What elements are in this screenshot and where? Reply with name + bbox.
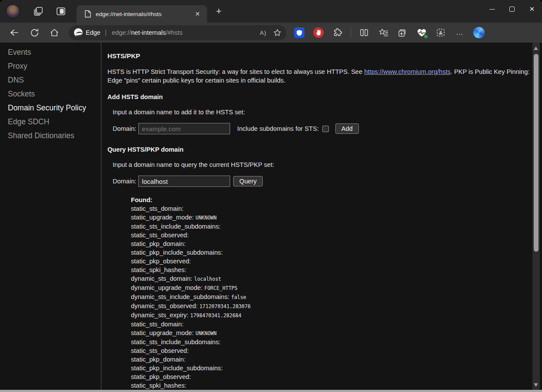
result-row: static_pkp_include_subdomains: [131, 248, 542, 257]
toolbar-divider [351, 28, 351, 37]
result-row: dynamic_sts_domain: localhost [131, 274, 542, 283]
split-screen-icon[interactable] [358, 27, 370, 39]
sidebar-item-domain-security-policy[interactable]: Domain Security Policy [0, 101, 101, 115]
read-aloud-icon[interactable]: A) [258, 27, 269, 38]
add-hsts-instruction: Input a domain name to add it to the HST… [113, 109, 542, 116]
settings-more-icon[interactable]: … [454, 27, 466, 39]
favorites-list-icon[interactable] [377, 27, 389, 39]
favorite-star-icon[interactable] [271, 27, 283, 38]
site-brand-label: Edge [86, 29, 100, 36]
result-row: static_spki_hashes: [131, 381, 542, 390]
tab-close-icon[interactable]: ✕ [192, 9, 203, 19]
add-domain-label: Domain: [113, 125, 136, 132]
result-row: static_sts_include_subdomains: [131, 222, 542, 231]
result-label: static_pkp_observed: [131, 258, 191, 265]
refresh-icon[interactable] [28, 27, 40, 39]
url-scheme: edge:// [112, 29, 131, 36]
web-capture-icon[interactable] [435, 27, 447, 39]
profile-avatar[interactable] [6, 4, 20, 19]
maximize-button[interactable] [502, 0, 522, 18]
adblock-extension-icon[interactable] [312, 27, 325, 39]
query-hsts-instruction: Input a domain name to query the current… [113, 161, 542, 168]
page-doc-icon [84, 10, 91, 18]
window-bottom-edge [0, 390, 542, 392]
address-divider: | [105, 29, 107, 37]
query-hsts-section-title: Query HSTS/PKP domain [107, 146, 542, 153]
scroll-up-icon[interactable] [534, 47, 538, 50]
result-value: FORCE_HTTPS [204, 285, 238, 291]
home-icon[interactable] [48, 27, 60, 39]
browser-essentials-icon[interactable] [415, 27, 428, 39]
sidebar-item-shared-dictionaries[interactable]: Shared Dictionaries [0, 129, 101, 143]
result-label: static_upgrade_mode: [131, 214, 195, 221]
sidebar-item-edge-sdch[interactable]: Edge SDCH [0, 115, 101, 129]
tab-layout-icon[interactable] [56, 6, 66, 17]
query-button[interactable]: Query [233, 176, 263, 186]
close-button[interactable]: ✕ [522, 0, 542, 18]
result-row: dynamic_sts_observed: 1712070341.283076 [131, 302, 542, 311]
result-label: static_pkp_domain: [131, 356, 186, 363]
result-row: static_sts_domain: [131, 204, 542, 213]
scrollbar-thumb[interactable] [534, 54, 539, 252]
add-domain-input[interactable] [138, 123, 230, 134]
active-tab[interactable]: edge://net-internals/#hsts ✕ [77, 5, 207, 23]
result-label: static_spki_hashes: [131, 266, 186, 273]
page-body: EventsProxyDNSSocketsDomain Security Pol… [0, 43, 542, 390]
query-results: Found: static_sts_domain:static_upgrade_… [131, 196, 542, 390]
page-title: HSTS/PKP [107, 52, 542, 60]
sidebar-item-proxy[interactable]: Proxy [0, 59, 101, 73]
result-label: static_sts_observed: [131, 347, 189, 354]
extensions-puzzle-icon[interactable] [331, 27, 344, 39]
result-label: static_sts_include_subdomains: [131, 223, 221, 230]
copilot-icon[interactable] [473, 27, 485, 39]
result-row: static_sts_observed: [131, 231, 542, 239]
result-label: static_pkp_include_subdomains: [131, 365, 223, 372]
chromium-hsts-link[interactable]: https://www.chromium.org/hsts [364, 68, 451, 75]
sidebar-item-sockets[interactable]: Sockets [0, 87, 101, 101]
result-row: dynamic_sts_expiry: 1798470341.282684 [131, 311, 542, 320]
result-label: static_pkp_observed: [131, 373, 191, 380]
result-row: static_pkp_observed: [131, 372, 542, 381]
minimize-icon [489, 9, 495, 10]
result-value: UNKNOWN [195, 215, 216, 221]
result-label: static_sts_domain: [131, 205, 184, 212]
url-text[interactable]: edge://net-internals/#hsts [112, 29, 183, 36]
result-row: static_sts_include_subdomains: [131, 338, 542, 346]
result-row: static_sts_observed: [131, 346, 542, 355]
result-label: dynamic_sts_domain: [131, 275, 194, 282]
result-label: static_upgrade_mode: [131, 329, 195, 336]
query-domain-input[interactable] [138, 176, 230, 187]
url-path: /#hsts [166, 29, 183, 36]
collections-icon[interactable] [396, 27, 408, 39]
new-tab-button[interactable]: + [212, 5, 225, 18]
scroll-down-icon[interactable] [534, 383, 538, 387]
result-row: dynamic_upgrade_mode: FORCE_HTTPS [131, 283, 542, 292]
intro-paragraph: HSTS is HTTP Strict Transport Security: … [107, 67, 530, 85]
sidebar-item-dns[interactable]: DNS [0, 73, 101, 87]
password-manager-extension-icon[interactable] [293, 27, 305, 39]
workspaces-icon[interactable] [33, 6, 43, 17]
sidebar-item-events[interactable]: Events [0, 45, 101, 59]
navigation-toolbar: Edge | edge://net-internals/#hsts A) [0, 23, 542, 43]
result-row: static_pkp_observed: [131, 257, 542, 266]
copilot-logo [473, 27, 485, 38]
result-value: 1712070341.283076 [199, 303, 251, 309]
address-bar[interactable]: Edge | edge://net-internals/#hsts A) [69, 25, 286, 40]
minimize-button[interactable] [482, 0, 502, 18]
result-status: Found: [131, 196, 542, 204]
result-value: localhost [194, 276, 221, 282]
intro-before: HSTS is HTTP Strict Transport Security: … [107, 68, 364, 75]
result-label: static_spki_hashes: [131, 382, 186, 389]
result-label: static_pkp_domain: [131, 240, 186, 247]
result-row: static_upgrade_mode: UNKNOWN [131, 329, 542, 338]
add-button[interactable]: Add [335, 123, 359, 134]
back-icon[interactable] [8, 27, 20, 39]
net-internals-sidebar: EventsProxyDNSSocketsDomain Security Pol… [0, 43, 101, 390]
shield-icon [294, 27, 304, 38]
maximize-icon [509, 7, 515, 12]
stop-hand-icon [313, 27, 324, 38]
vertical-scrollbar[interactable] [532, 43, 540, 390]
include-subdomains-checkbox[interactable] [322, 126, 329, 132]
result-label: dynamic_upgrade_mode: [131, 284, 204, 291]
tab-title: edge://net-internals/#hsts [96, 11, 192, 17]
